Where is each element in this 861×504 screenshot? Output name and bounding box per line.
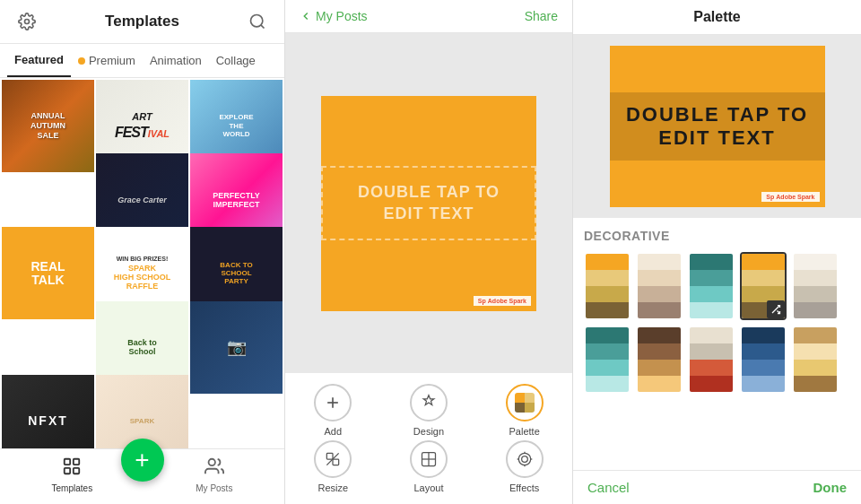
template-card-autumn[interactable]: ANNUALAUTUMNSALE	[2, 80, 94, 172]
right-panel: Palette DOUBLE TAP TO EDIT TEXT Sp Adobe…	[573, 0, 861, 504]
tab-featured[interactable]: Featured	[7, 44, 71, 77]
toolbar-row-top: Add Design	[285, 384, 572, 437]
toolbar-row-bottom: Resize Layout	[285, 440, 572, 493]
templates-nav-icon	[62, 456, 82, 481]
right-adobe-spark-badge: Sp Adobe Spark	[761, 192, 819, 202]
svg-rect-10	[333, 459, 339, 465]
right-canvas-text: DOUBLE TAP TO EDIT TEXT	[610, 92, 825, 161]
templates-grid: ANNUALAUTUMNSALE ARTFESTIVAL EXPLORETHEW…	[0, 78, 284, 448]
template-card-bottom1[interactable]: 📷	[190, 301, 283, 394]
my-posts-nav-label: My Posts	[196, 483, 232, 493]
design-label: Design	[413, 426, 444, 437]
resize-label: Resize	[318, 482, 349, 493]
tab-premium[interactable]: Premium	[71, 45, 143, 76]
tabs-row: Featured Premium Animation Collage	[0, 44, 284, 78]
svg-rect-3	[74, 459, 79, 465]
right-canvas-preview[interactable]: DOUBLE TAP TO EDIT TEXT Sp Adobe Spark	[610, 46, 825, 207]
palette-icon	[506, 384, 544, 421]
page-title: Templates	[39, 13, 245, 30]
done-button[interactable]: Done	[813, 480, 848, 495]
cancel-button[interactable]: Cancel	[587, 480, 630, 495]
gear-icon[interactable]	[14, 9, 39, 34]
palette-footer: Cancel Done	[573, 470, 861, 504]
back-button[interactable]: My Posts	[300, 9, 368, 23]
canvas-edit-text[interactable]: DOUBLE TAP TO EDIT TEXT	[321, 166, 536, 240]
effects-icon	[506, 440, 544, 478]
palette-grid	[584, 252, 850, 394]
tool-design[interactable]: Design	[393, 384, 465, 437]
right-header: Palette	[573, 0, 861, 35]
left-header: Templates	[0, 0, 284, 44]
share-button[interactable]: Share	[525, 9, 558, 23]
palette-swatch-9[interactable]	[740, 326, 787, 394]
canvas-preview[interactable]: DOUBLE TAP TO EDIT TEXT Sp Adobe Spark	[321, 96, 536, 311]
palette-swatch-3[interactable]	[688, 252, 735, 320]
palette-panel-title: Palette	[693, 9, 740, 24]
palette-swatch-2[interactable]	[636, 252, 683, 320]
layout-icon	[410, 440, 448, 478]
resize-icon	[314, 440, 352, 478]
right-canvas-area: DOUBLE TAP TO EDIT TEXT Sp Adobe Spark	[573, 35, 861, 218]
svg-rect-4	[65, 468, 70, 474]
add-label: Add	[325, 426, 343, 437]
nav-templates[interactable]: Templates	[52, 456, 93, 493]
tool-resize[interactable]: Resize	[297, 440, 369, 493]
back-label: My Posts	[316, 9, 368, 23]
svg-point-15	[521, 456, 527, 463]
my-posts-nav-icon	[204, 456, 224, 481]
palette-swatch-1[interactable]	[584, 252, 631, 320]
palette-swatch-6[interactable]	[584, 326, 631, 394]
adobe-spark-badge: Sp Adobe Spark	[474, 296, 531, 306]
svg-point-0	[25, 20, 30, 24]
left-panel: Templates Featured Premium Animation Col…	[0, 0, 285, 504]
svg-rect-2	[65, 459, 70, 465]
effects-label: Effects	[509, 482, 539, 493]
add-icon	[314, 384, 352, 421]
template-card-bottom3[interactable]: SPARK	[96, 375, 188, 448]
svg-point-14	[518, 453, 530, 465]
template-card-realtalk[interactable]: REALTALK	[2, 227, 94, 319]
palette-swatch-8[interactable]	[688, 326, 735, 394]
middle-header: My Posts Share	[285, 0, 572, 33]
search-icon[interactable]	[245, 9, 270, 34]
palette-swatch-7[interactable]	[636, 326, 683, 394]
bottom-nav: Templates + My Posts	[0, 448, 284, 504]
tool-effects[interactable]: Effects	[489, 440, 561, 493]
tool-layout[interactable]: Layout	[393, 440, 465, 493]
palette-swatch-4[interactable]	[740, 252, 787, 320]
fab-add-button[interactable]: +	[121, 439, 164, 482]
palette-swatch-5[interactable]	[792, 252, 839, 320]
nav-my-posts[interactable]: My Posts	[196, 456, 232, 493]
tool-palette[interactable]: Palette	[489, 384, 561, 437]
toolbar-area: Add Design	[285, 373, 572, 504]
premium-dot	[78, 57, 85, 65]
tab-collage[interactable]: Collage	[209, 45, 263, 76]
canvas-area: DOUBLE TAP TO EDIT TEXT Sp Adobe Spark	[285, 33, 572, 373]
template-card-next[interactable]: NFXT	[2, 375, 94, 448]
svg-rect-9	[327, 453, 334, 459]
templates-nav-label: Templates	[52, 483, 93, 493]
tool-add[interactable]: Add	[297, 384, 369, 437]
fab-icon: +	[135, 446, 149, 474]
design-icon	[410, 384, 448, 421]
middle-panel: My Posts Share DOUBLE TAP TO EDIT TEXT S…	[285, 0, 573, 504]
palette-swatch-10[interactable]	[792, 326, 839, 394]
svg-rect-5	[74, 468, 79, 474]
palette-label: Palette	[509, 426, 540, 437]
svg-point-1	[251, 15, 263, 27]
palette-category-label: DECORATIVE	[584, 229, 850, 243]
svg-point-6	[208, 459, 214, 465]
palette-section: DECORATIVE	[573, 218, 861, 470]
tab-animation[interactable]: Animation	[143, 45, 209, 76]
layout-label: Layout	[413, 482, 443, 493]
